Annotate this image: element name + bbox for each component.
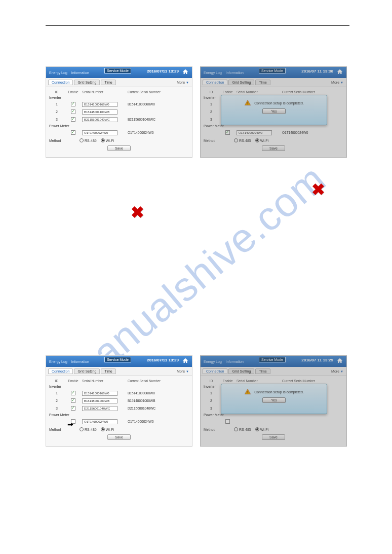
service-mode-badge: Service Mode — [104, 357, 131, 362]
dialog-message: Connection setup is completed. — [254, 390, 304, 394]
header-link-energy[interactable]: Energy Log — [204, 71, 222, 75]
serial-input[interactable]: D21156001040WC — [82, 406, 117, 411]
dialog-message: Connection setup is completed. — [254, 101, 304, 105]
radio-label: RS-485 — [85, 139, 97, 142]
panel-header: Energy Log Information Service Mode 2016… — [46, 356, 192, 367]
home-icon[interactable] — [182, 357, 189, 364]
serial-input[interactable]: O1T14600024W0 — [82, 419, 117, 424]
home-icon[interactable] — [336, 357, 343, 364]
more-dropdown[interactable]: More▼ — [177, 81, 189, 84]
service-mode-badge: Service Mode — [259, 357, 286, 362]
tab-connection[interactable]: Connection — [203, 80, 227, 85]
radio-rs485[interactable] — [80, 138, 84, 142]
enable-checkbox[interactable] — [71, 130, 75, 135]
enable-checkbox[interactable] — [225, 130, 230, 135]
warning-icon: ! — [244, 99, 251, 106]
enable-checkbox[interactable] — [71, 102, 75, 106]
tab-time[interactable]: Time — [101, 368, 115, 374]
radio-wifi[interactable] — [255, 138, 259, 142]
enable-checkbox[interactable] — [71, 398, 75, 403]
more-dropdown[interactable]: More▼ — [177, 370, 189, 373]
timestamp: 2016/07 11 13:29 — [301, 358, 333, 362]
tab-connection[interactable]: Connection — [48, 368, 73, 374]
yes-button[interactable]: Yes — [262, 108, 285, 114]
save-button[interactable]: Save — [262, 434, 285, 440]
svg-text:!: ! — [247, 101, 248, 105]
col-enable: Enable — [64, 90, 82, 94]
tab-bar: Connection Grid Setting Time More▼ — [46, 78, 192, 87]
home-icon[interactable] — [336, 68, 343, 76]
timestamp: 2016/07/11 13:29 — [147, 69, 179, 73]
serial-input[interactable]: O1T14000024W0 — [82, 130, 117, 135]
screenshot-panel-a: Energy Log Information Service Mode 2016… — [46, 66, 192, 158]
enable-checkbox[interactable] — [225, 419, 230, 424]
panel-content: ID Enable Serial Number Current Serial N… — [46, 376, 192, 442]
save-button[interactable]: Save — [262, 145, 285, 151]
table-row: 2 B15148001000WB B15148001000WB — [49, 397, 189, 404]
tab-grid-setting[interactable]: Grid Setting — [74, 368, 100, 374]
tab-grid-setting[interactable]: Grid Setting — [74, 80, 100, 85]
table-row: 3 B21156001040WC B21156001040WC — [49, 116, 189, 123]
enable-checkbox[interactable] — [71, 391, 75, 395]
arrow-right-icon: ➡ — [67, 420, 73, 428]
table-header: ID Enable Serial Number Current Serial N… — [204, 378, 343, 384]
more-dropdown[interactable]: More▼ — [331, 370, 343, 373]
horizontal-rule — [46, 25, 349, 26]
panel-header: Energy Log Information Service Mode 2016… — [201, 356, 346, 367]
tab-connection[interactable]: Connection — [203, 368, 227, 374]
svg-text:!: ! — [247, 390, 248, 394]
page-content: Energy Log Information Service Mode 2016… — [46, 25, 349, 457]
header-link-info[interactable]: Information — [226, 71, 244, 75]
service-mode-badge: Service Mode — [104, 68, 131, 73]
save-button[interactable]: Save — [107, 434, 131, 440]
timestamp: 2016/07/11 13:29 — [147, 358, 179, 362]
tab-time[interactable]: Time — [255, 368, 270, 374]
cell-current: B21156001040WC — [128, 118, 189, 121]
radio-wifi[interactable] — [255, 427, 259, 431]
save-button[interactable]: Save — [107, 145, 131, 151]
section-inverter: Inverter — [49, 95, 189, 100]
panel-header: Energy Log Information Service Mode 2016… — [201, 67, 346, 78]
screenshot-row: Energy Log Information Service Mode 2016… — [46, 355, 349, 447]
more-dropdown[interactable]: More▼ — [331, 81, 343, 84]
header-link-info[interactable]: Information — [71, 71, 89, 75]
section-power-meter: Power Meter — [49, 412, 189, 418]
col-serial: Serial Number — [82, 90, 128, 94]
tab-grid-setting[interactable]: Grid Setting — [228, 80, 254, 85]
serial-input[interactable]: B15141000168W0 — [82, 391, 117, 396]
radio-rs485[interactable] — [234, 138, 238, 142]
cell-id: 2 — [49, 110, 64, 114]
tab-connection[interactable]: Connection — [48, 80, 73, 85]
radio-wifi[interactable] — [101, 138, 105, 142]
tab-time[interactable]: Time — [255, 80, 270, 85]
header-link-energy[interactable]: Energy Log — [204, 360, 222, 363]
enable-checkbox[interactable] — [71, 406, 75, 411]
radio-rs485[interactable] — [234, 427, 238, 431]
tab-grid-setting[interactable]: Grid Setting — [228, 368, 254, 374]
table-row: 1 B15141000168W0 B15141000068W0 — [49, 100, 189, 108]
enable-checkbox[interactable] — [71, 109, 75, 114]
serial-input[interactable]: B15148001000WB — [82, 398, 117, 403]
cell-current: O1T14000024W0 — [128, 131, 189, 134]
table-row: 2 B15148001100WB — [49, 108, 189, 116]
radio-rs485[interactable] — [80, 427, 84, 431]
serial-input[interactable]: O1T14000024W0 — [237, 130, 272, 135]
radio-wifi[interactable] — [101, 427, 105, 431]
table-row: 3 D21156001040WC D21156001040WC — [49, 404, 189, 412]
method-label: Method — [49, 139, 80, 142]
enable-checkbox[interactable] — [71, 117, 75, 122]
serial-input[interactable]: B21156001040WC — [82, 117, 117, 122]
serial-input[interactable]: B15148001100WB — [82, 109, 117, 115]
header-link-energy[interactable]: Energy Log — [49, 71, 67, 75]
chevron-down-icon: ▼ — [186, 370, 189, 373]
home-icon[interactable] — [182, 68, 189, 76]
cell-id: 3 — [49, 118, 64, 121]
yes-button[interactable]: Yes — [262, 397, 285, 403]
table-row: O1T14000024W0 O1T14000024W0 — [49, 129, 189, 136]
header-link-info[interactable]: Information — [226, 360, 244, 363]
cell-current: B15141000068W0 — [128, 102, 189, 106]
header-link-info[interactable]: Information — [71, 360, 89, 363]
header-link-energy[interactable]: Energy Log — [49, 360, 67, 363]
tab-time[interactable]: Time — [101, 80, 115, 85]
serial-input[interactable]: B15141000168W0 — [82, 102, 117, 107]
